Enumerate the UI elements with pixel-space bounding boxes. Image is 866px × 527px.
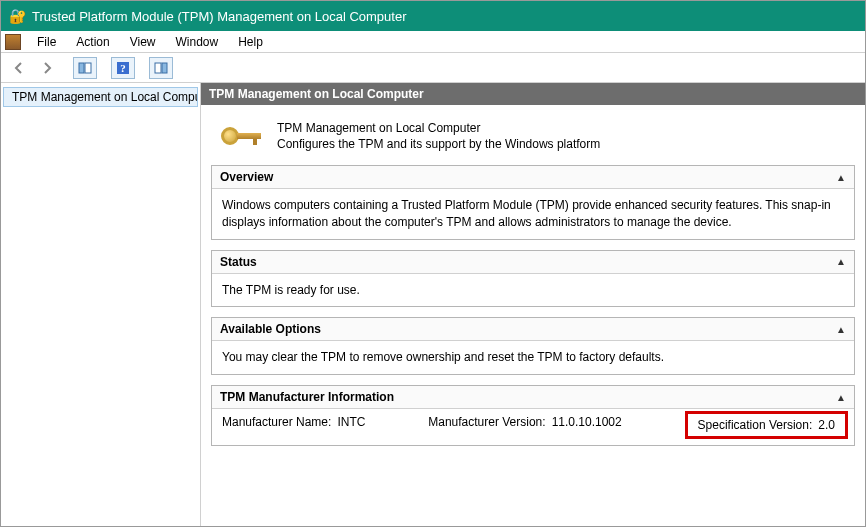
intro-block: TPM Management on Local Computer Configu… <box>211 115 855 165</box>
panel-manufacturer-header[interactable]: TPM Manufacturer Information ▲ <box>212 386 854 409</box>
panel-overview-body: Windows computers containing a Trusted P… <box>212 189 854 239</box>
collapse-icon: ▲ <box>836 324 846 335</box>
content-body: TPM Management on Local Computer Configu… <box>201 105 865 466</box>
intro-text: TPM Management on Local Computer Configu… <box>277 121 600 151</box>
tree-item-tpm-root[interactable]: TPM Management on Local Compu <box>3 87 198 107</box>
tree-pane: TPM Management on Local Compu <box>1 83 201 526</box>
menu-action[interactable]: Action <box>66 33 119 51</box>
panel-status: Status ▲ The TPM is ready for use. <box>211 250 855 308</box>
menu-view[interactable]: View <box>120 33 166 51</box>
menu-help[interactable]: Help <box>228 33 273 51</box>
window-titlebar: 🔐 Trusted Platform Module (TPM) Manageme… <box>1 1 865 31</box>
panel-options-title: Available Options <box>220 322 321 336</box>
panel-overview: Overview ▲ Windows computers containing … <box>211 165 855 240</box>
menu-window[interactable]: Window <box>166 33 229 51</box>
spec-version-highlight: Specification Version: 2.0 <box>685 411 848 439</box>
mfr-name-value: INTC <box>337 415 365 435</box>
mmc-icon <box>5 34 21 50</box>
app-icon: 🔐 <box>9 8 26 24</box>
panel-status-header[interactable]: Status ▲ <box>212 251 854 274</box>
tpm-key-icon <box>221 121 265 151</box>
intro-desc: Configures the TPM and its support by th… <box>277 137 600 151</box>
manufacturer-version: Manufacturer Version: 11.0.10.1002 <box>428 415 621 435</box>
mfr-name-label: Manufacturer Name: <box>222 415 331 435</box>
window-title: Trusted Platform Module (TPM) Management… <box>32 9 407 24</box>
mfr-version-label: Manufacturer Version: <box>428 415 545 435</box>
panel-options-body: You may clear the TPM to remove ownershi… <box>212 341 854 374</box>
spec-version-value: 2.0 <box>818 418 835 432</box>
manufacturer-row: Manufacturer Name: INTC Manufacturer Ver… <box>212 409 854 445</box>
collapse-icon: ▲ <box>836 172 846 183</box>
collapse-icon: ▲ <box>836 392 846 403</box>
panel-status-body: The TPM is ready for use. <box>212 274 854 307</box>
intro-title: TPM Management on Local Computer <box>277 121 600 135</box>
back-button[interactable] <box>7 57 31 79</box>
panel-options-header[interactable]: Available Options ▲ <box>212 318 854 341</box>
forward-button[interactable] <box>35 57 59 79</box>
workspace: TPM Management on Local Compu TPM Manage… <box>1 83 865 526</box>
panel-overview-header[interactable]: Overview ▲ <box>212 166 854 189</box>
svg-rect-0 <box>79 63 84 73</box>
show-hide-action-button[interactable] <box>149 57 173 79</box>
collapse-icon: ▲ <box>836 256 846 267</box>
help-button[interactable]: ? <box>111 57 135 79</box>
specification-version: Specification Version: 2.0 <box>698 418 835 432</box>
panel-options: Available Options ▲ You may clear the TP… <box>211 317 855 375</box>
svg-text:?: ? <box>120 62 126 74</box>
panel-status-title: Status <box>220 255 257 269</box>
svg-rect-1 <box>85 63 91 73</box>
panel-manufacturer: TPM Manufacturer Information ▲ Manufactu… <box>211 385 855 446</box>
menu-file[interactable]: File <box>27 33 66 51</box>
panel-manufacturer-title: TPM Manufacturer Information <box>220 390 394 404</box>
mfr-version-value: 11.0.10.1002 <box>552 415 622 435</box>
content-header: TPM Management on Local Computer <box>201 83 865 105</box>
svg-rect-4 <box>155 63 161 73</box>
manufacturer-name: Manufacturer Name: INTC <box>222 415 365 435</box>
show-hide-tree-button[interactable] <box>73 57 97 79</box>
toolbar: ? <box>1 53 865 83</box>
content-pane: TPM Management on Local Computer TPM Man… <box>201 83 865 526</box>
svg-rect-5 <box>162 63 167 73</box>
panel-overview-title: Overview <box>220 170 273 184</box>
menu-bar: File Action View Window Help <box>1 31 865 53</box>
tree-item-label: TPM Management on Local Compu <box>12 90 198 104</box>
spec-version-label: Specification Version: <box>698 418 813 432</box>
